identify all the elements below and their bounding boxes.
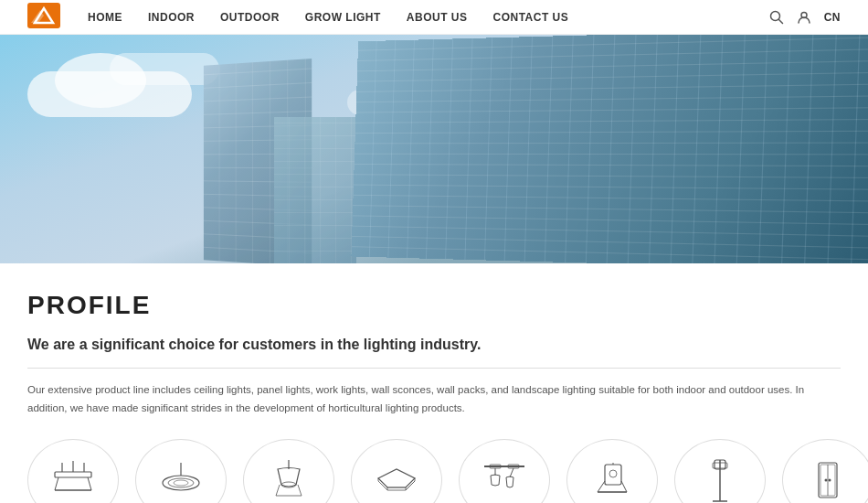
product-icon-track[interactable] — [459, 439, 550, 503]
svg-point-36 — [829, 478, 831, 481]
main-nav: HOME INDOOR OUTDOOR GROW LIGHT ABOUT US … — [88, 11, 769, 24]
product-icon-pole[interactable] — [674, 439, 766, 503]
hero-banner — [0, 35, 868, 263]
building-main — [351, 35, 868, 263]
product-icon-high-bay[interactable] — [243, 439, 334, 503]
svg-point-13 — [168, 478, 194, 487]
product-icon-linear[interactable] — [27, 439, 119, 503]
svg-line-5 — [778, 19, 782, 23]
nav-home[interactable]: HOME — [88, 11, 122, 24]
nav-grow-light[interactable]: GROW LIGHT — [305, 11, 381, 24]
logo[interactable] — [27, 3, 88, 32]
product-icons-row — [27, 439, 841, 503]
svg-point-14 — [174, 480, 188, 486]
product-icon-flat-panel[interactable] — [351, 439, 442, 503]
profile-subtitle: We are a significant choice for customer… — [27, 337, 841, 353]
main-content: PROFILE We are a significant choice for … — [0, 263, 868, 503]
svg-point-26 — [609, 470, 617, 477]
profile-title: PROFILE — [27, 291, 841, 320]
nav-contact-us[interactable]: CONTACT US — [493, 11, 569, 24]
building-small — [274, 117, 356, 263]
hero-image — [0, 35, 868, 263]
product-icon-panel-round[interactable] — [135, 439, 227, 503]
profile-description: Our extensive product line includes ceil… — [27, 381, 831, 417]
divider — [27, 368, 841, 369]
nav-indoor[interactable]: INDOOR — [148, 11, 195, 24]
user-icon[interactable] — [797, 10, 811, 25]
language-button[interactable]: CN — [824, 11, 841, 24]
header: HOME INDOOR OUTDOOR GROW LIGHT ABOUT US … — [0, 0, 868, 35]
svg-rect-7 — [55, 472, 91, 477]
svg-rect-24 — [605, 465, 621, 485]
svg-line-23 — [510, 468, 513, 477]
svg-point-35 — [825, 478, 828, 481]
product-icon-wall-pack[interactable] — [566, 439, 658, 503]
nav-outdoor[interactable]: OUTDOOR — [220, 11, 280, 24]
nav-about-us[interactable]: ABOUT US — [407, 11, 468, 24]
product-icon-cabinet[interactable] — [782, 439, 868, 503]
header-right: CN — [769, 10, 841, 25]
search-icon[interactable] — [769, 10, 784, 25]
